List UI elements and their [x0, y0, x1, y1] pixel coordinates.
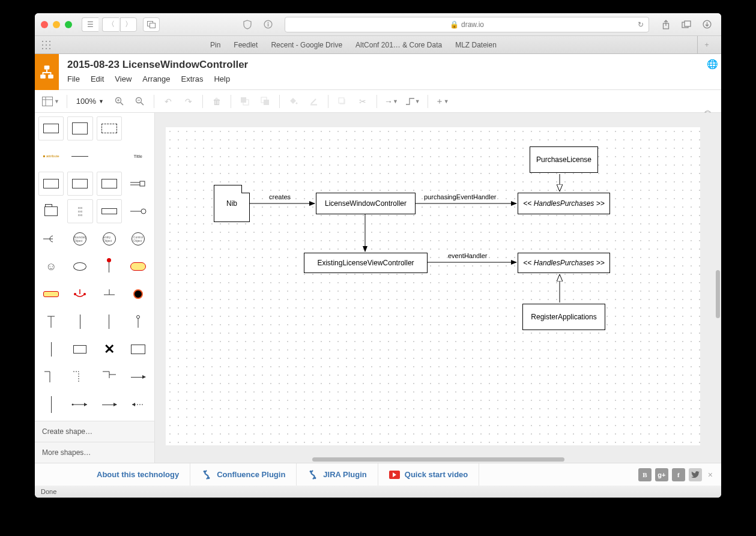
minimize-window-button[interactable]: [53, 21, 60, 28]
bookmark-item[interactable]: MLZ Dateien: [455, 41, 497, 49]
horizontal-scrollbar[interactable]: [312, 457, 564, 462]
confluence-link[interactable]: Confluence Plugin: [190, 463, 297, 486]
shadow-button[interactable]: [333, 93, 351, 110]
share-button[interactable]: [658, 17, 674, 32]
shape-thumb[interactable]: [125, 199, 151, 223]
diagram-page[interactable]: Nib creates LicenseWindowController purc…: [166, 127, 700, 445]
shape-thumb[interactable]: [125, 254, 151, 279]
shape-thumb[interactable]: [125, 172, 151, 196]
node-ra[interactable]: RegisterApplications: [522, 304, 605, 330]
shape-thumb[interactable]: [125, 337, 151, 361]
to-back-button[interactable]: [256, 93, 274, 110]
node-pl[interactable]: PurchaseLicense: [530, 146, 598, 173]
to-front-button[interactable]: [236, 93, 254, 110]
shape-thumb[interactable]: [97, 310, 122, 334]
shape-thumb[interactable]: [38, 172, 64, 196]
tab-overview-button[interactable]: [143, 17, 160, 32]
bookmark-item[interactable]: AltConf 201… & Core Data: [355, 41, 442, 49]
shape-thumb[interactable]: [97, 199, 122, 223]
zoom-level[interactable]: 100% ▼: [72, 93, 108, 110]
shape-thumb[interactable]: [67, 393, 92, 417]
shape-thumb[interactable]: [38, 337, 64, 361]
shape-thumb[interactable]: [67, 172, 92, 196]
edge-label-eh[interactable]: eventHandler: [448, 252, 487, 259]
address-bar[interactable]: 🔒 draw.io ↻: [285, 17, 649, 32]
shape-thumb[interactable]: [38, 199, 64, 223]
maximize-window-button[interactable]: [65, 21, 72, 28]
shape-thumb[interactable]: Title: [125, 144, 151, 168]
shape-thumb[interactable]: Entity Object: [97, 227, 122, 251]
bookmark-item[interactable]: Pin: [210, 41, 220, 49]
edge-label-peh[interactable]: purchasingEventHandler: [424, 193, 496, 200]
apps-grid-icon[interactable]: [41, 40, 52, 50]
waypoint-button[interactable]: ▼: [403, 93, 423, 110]
shape-thumb[interactable]: ControlObject: [125, 227, 151, 251]
shape-thumb[interactable]: ✕: [97, 337, 122, 361]
language-button[interactable]: 🌐: [703, 54, 721, 70]
zoom-in-button[interactable]: [110, 93, 129, 110]
shapes-list[interactable]: ■ attribute Title xxxxxxxxx BoundaryObje…: [35, 113, 154, 421]
blogger-button[interactable]: B: [638, 468, 652, 481]
edit-style-button[interactable]: ✂: [354, 93, 372, 110]
facebook-button[interactable]: f: [672, 468, 685, 481]
footer-close-button[interactable]: ×: [706, 470, 715, 480]
shape-thumb[interactable]: [97, 420, 122, 421]
menu-extras[interactable]: Extras: [181, 74, 204, 83]
menu-view[interactable]: View: [115, 74, 132, 83]
menu-edit[interactable]: Edit: [91, 74, 104, 83]
insert-button[interactable]: ＋ ▼: [433, 93, 452, 110]
shape-thumb[interactable]: [125, 282, 151, 306]
delete-button[interactable]: 🗑: [208, 93, 226, 110]
twitter-button[interactable]: [689, 468, 702, 481]
redo-button[interactable]: ↷: [180, 93, 198, 110]
fill-color-button[interactable]: [285, 93, 303, 110]
new-tab-button[interactable]: ＋: [697, 36, 715, 53]
undo-button[interactable]: ↶: [159, 93, 177, 110]
forward-button[interactable]: 〉: [120, 17, 137, 32]
shape-thumb[interactable]: [125, 420, 151, 421]
menu-file[interactable]: File: [67, 74, 80, 83]
shape-thumb[interactable]: [38, 116, 64, 140]
shape-thumb[interactable]: [97, 172, 122, 196]
shape-thumb[interactable]: [67, 310, 92, 334]
shape-thumb[interactable]: [97, 116, 122, 140]
shape-thumb[interactable]: [97, 254, 122, 279]
shape-thumb[interactable]: [67, 116, 92, 140]
shape-thumb[interactable]: [97, 365, 122, 389]
shape-thumb[interactable]: [125, 393, 151, 417]
shape-thumb[interactable]: [67, 282, 92, 306]
zoom-out-button[interactable]: [131, 93, 149, 110]
menu-arrange[interactable]: Arrange: [142, 74, 170, 83]
shape-thumb[interactable]: [125, 365, 151, 389]
shape-thumb[interactable]: [38, 227, 64, 251]
shape-thumb[interactable]: [67, 254, 92, 279]
shape-thumb[interactable]: ■ attribute: [38, 144, 64, 168]
create-shape-link[interactable]: Create shape…: [35, 421, 154, 442]
downloads-button[interactable]: [698, 17, 715, 32]
shape-thumb[interactable]: [125, 310, 151, 334]
view-mode-button[interactable]: ▼: [40, 93, 62, 110]
bookmark-item[interactable]: Feedlet: [234, 41, 258, 49]
shape-thumb[interactable]: [67, 337, 92, 361]
close-window-button[interactable]: [41, 21, 48, 28]
info-icon[interactable]: [259, 17, 276, 32]
tabs-button[interactable]: [678, 17, 695, 32]
shape-thumb[interactable]: [67, 144, 92, 168]
shape-thumb[interactable]: [97, 393, 122, 417]
more-shapes-link[interactable]: More shapes…: [35, 442, 154, 463]
reload-button[interactable]: ↻: [638, 20, 644, 29]
shape-thumb[interactable]: ☺: [38, 254, 64, 279]
back-button[interactable]: 〈: [102, 17, 119, 32]
shape-thumb[interactable]: [67, 420, 92, 421]
canvas[interactable]: ⋮: [155, 113, 721, 463]
shape-thumb[interactable]: [38, 365, 64, 389]
edge-label-creates[interactable]: creates: [269, 193, 291, 200]
document-title[interactable]: 2015-08-23 LicenseWindowController: [67, 59, 695, 71]
jira-link[interactable]: JIRA Plugin: [297, 463, 378, 486]
googleplus-button[interactable]: g+: [655, 468, 668, 481]
sidebar-toggle-button[interactable]: ☰: [82, 17, 98, 32]
shape-thumb[interactable]: [97, 282, 122, 306]
shield-icon[interactable]: [239, 17, 256, 32]
shape-thumb[interactable]: [38, 282, 64, 306]
shape-thumb[interactable]: [67, 365, 92, 389]
